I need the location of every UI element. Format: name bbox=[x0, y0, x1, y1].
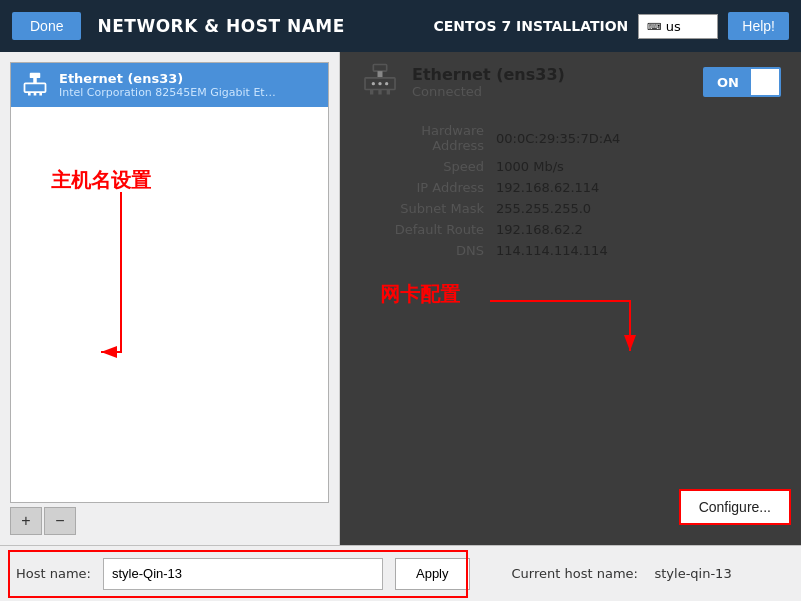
configure-button[interactable]: Configure... bbox=[679, 489, 791, 525]
header-left: Done NETWORK & HOST NAME bbox=[12, 12, 345, 40]
network-card-annotation-text: 网卡配置 bbox=[380, 281, 460, 308]
svg-rect-11 bbox=[378, 71, 383, 78]
left-annotation-area: 主机名设置 bbox=[11, 107, 328, 387]
table-row: Subnet Mask 255.255.255.0 bbox=[360, 198, 781, 219]
subnet-value: 255.255.255.0 bbox=[490, 198, 781, 219]
dns-label: DNS bbox=[360, 240, 490, 261]
hostname-annotation: 主机名设置 bbox=[51, 167, 151, 194]
apply-button[interactable]: Apply bbox=[395, 558, 470, 590]
table-row: Speed 1000 Mb/s bbox=[360, 156, 781, 177]
done-button[interactable]: Done bbox=[12, 12, 81, 40]
network-info-table: Hardware Address 00:0C:29:35:7D:A4 Speed… bbox=[360, 120, 781, 261]
svg-point-18 bbox=[385, 82, 388, 85]
add-network-button[interactable]: + bbox=[10, 507, 42, 535]
hostname-annotation-text: 主机名设置 bbox=[51, 168, 151, 192]
network-item-text: Ethernet (ens33) Intel Corporation 82545… bbox=[59, 71, 318, 99]
svg-point-6 bbox=[28, 86, 31, 89]
help-button[interactable]: Help! bbox=[728, 12, 789, 40]
table-row: Hardware Address 00:0C:29:35:7D:A4 bbox=[360, 120, 781, 156]
page-wrapper: Done NETWORK & HOST NAME CENTOS 7 INSTAL… bbox=[0, 0, 801, 601]
current-host-value: style-qin-13 bbox=[654, 566, 731, 581]
toggle-off-label bbox=[751, 69, 779, 95]
network-list: Ethernet (ens33) Intel Corporation 82545… bbox=[10, 62, 329, 503]
eth-name: Ethernet (ens33) bbox=[412, 65, 691, 84]
page-title: NETWORK & HOST NAME bbox=[97, 16, 344, 36]
lang-value: us bbox=[666, 19, 681, 34]
current-host-label: Current host name: bbox=[512, 566, 638, 581]
svg-rect-10 bbox=[373, 65, 386, 72]
speed-value: 1000 Mb/s bbox=[490, 156, 781, 177]
hw-addr-value: 00:0C:29:35:7D:A4 bbox=[490, 120, 781, 156]
remove-network-button[interactable]: − bbox=[44, 507, 76, 535]
eth-info: Ethernet (ens33) Connected bbox=[412, 65, 691, 99]
on-off-toggle[interactable]: ON bbox=[703, 67, 781, 97]
hostname-arrow bbox=[71, 192, 191, 392]
svg-rect-4 bbox=[34, 92, 37, 96]
default-route-value: 192.168.62.2 bbox=[490, 219, 781, 240]
svg-rect-14 bbox=[378, 90, 381, 95]
ip-label: IP Address bbox=[360, 177, 490, 198]
svg-point-7 bbox=[34, 86, 37, 89]
svg-rect-5 bbox=[39, 92, 42, 96]
left-bottom-controls: + − bbox=[10, 507, 329, 535]
host-name-label: Host name: bbox=[16, 566, 91, 581]
table-row: DNS 114.114.114.114 bbox=[360, 240, 781, 261]
svg-rect-3 bbox=[28, 92, 31, 96]
right-panel: Ethernet (ens33) Connected ON Hardware A… bbox=[340, 52, 801, 545]
svg-point-17 bbox=[378, 82, 381, 85]
keyboard-icon: ⌨ bbox=[647, 21, 661, 32]
hostname-input[interactable] bbox=[103, 558, 383, 590]
network-item[interactable]: Ethernet (ens33) Intel Corporation 82545… bbox=[11, 63, 328, 107]
bottom-bar: Host name: Apply Current host name: styl… bbox=[0, 545, 801, 601]
ip-value: 192.168.62.114 bbox=[490, 177, 781, 198]
network-card-annotation-area: 网卡配置 bbox=[360, 261, 781, 381]
eth-header: Ethernet (ens33) Connected ON bbox=[360, 62, 781, 106]
svg-rect-0 bbox=[30, 73, 41, 78]
table-row: Default Route 192.168.62.2 bbox=[360, 219, 781, 240]
dns-value: 114.114.114.114 bbox=[490, 240, 781, 261]
table-row: IP Address 192.168.62.114 bbox=[360, 177, 781, 198]
eth-status: Connected bbox=[412, 84, 691, 99]
network-card-arrow bbox=[480, 281, 680, 381]
svg-rect-13 bbox=[370, 90, 373, 95]
svg-point-16 bbox=[372, 82, 375, 85]
svg-rect-15 bbox=[387, 90, 390, 95]
subnet-label: Subnet Mask bbox=[360, 198, 490, 219]
speed-label: Speed bbox=[360, 156, 490, 177]
eth-header-icon bbox=[360, 62, 400, 102]
lang-selector[interactable]: ⌨ us bbox=[638, 14, 718, 39]
network-item-name: Ethernet (ens33) bbox=[59, 71, 318, 86]
network-item-desc: Intel Corporation 82545EM Gigabit Ethern… bbox=[59, 86, 279, 99]
header-right: CENTOS 7 INSTALLATION ⌨ us Help! bbox=[433, 12, 789, 40]
header: Done NETWORK & HOST NAME CENTOS 7 INSTAL… bbox=[0, 0, 801, 52]
current-host-text: Current host name: style-qin-13 bbox=[512, 566, 732, 581]
toggle-on-label: ON bbox=[705, 69, 751, 95]
content-area: Ethernet (ens33) Intel Corporation 82545… bbox=[0, 52, 801, 545]
default-route-label: Default Route bbox=[360, 219, 490, 240]
centos-label: CENTOS 7 INSTALLATION bbox=[433, 18, 628, 34]
svg-point-8 bbox=[39, 86, 42, 89]
left-panel: Ethernet (ens33) Intel Corporation 82545… bbox=[0, 52, 340, 545]
ethernet-icon bbox=[21, 71, 49, 99]
hw-addr-label: Hardware Address bbox=[360, 120, 490, 156]
